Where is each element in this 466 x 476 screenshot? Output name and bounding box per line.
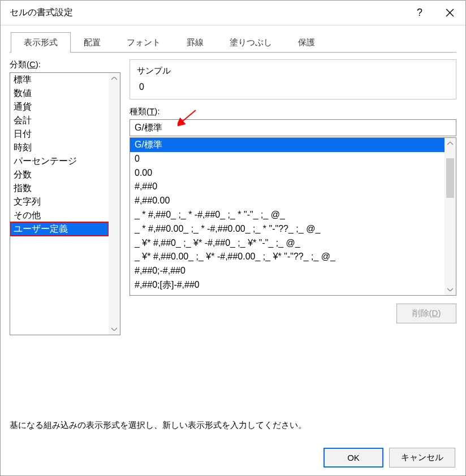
scroll-down-icon[interactable]	[445, 284, 456, 295]
type-item[interactable]: 0.00	[130, 166, 445, 180]
type-item[interactable]: #,##0;[赤]-#,##0	[130, 278, 445, 292]
footer: OK キャンセル	[1, 440, 465, 475]
category-pane: 分類(C): 標準数値通貨会計日付時刻パーセンテージ分数指数文字列その他ユーザー…	[10, 59, 120, 335]
close-icon	[446, 8, 454, 17]
category-item[interactable]: 標準	[10, 73, 109, 86]
type-item[interactable]: _ ¥* #,##0.00_ ;_ ¥* -#,##0.00_ ;_ ¥* "-…	[130, 250, 445, 264]
tab-1[interactable]: 配置	[71, 32, 114, 53]
dialog-body: 表示形式配置フォント罫線塗りつぶし保護 分類(C): 標準数値通貨会計日付時刻パ…	[1, 25, 465, 440]
category-item[interactable]: 文字列	[10, 195, 109, 209]
category-scrollbar[interactable]	[109, 73, 120, 335]
category-item[interactable]: 数値	[10, 86, 109, 100]
sample-title: サンプル	[137, 66, 449, 76]
type-item[interactable]: 0	[130, 152, 445, 166]
type-listbox[interactable]: G/標準00.00#,##0#,##0.00_ * #,##0_ ;_ * -#…	[130, 137, 456, 296]
tabs: 表示形式配置フォント罫線塗りつぶし保護	[10, 32, 456, 53]
dialog-title: セルの書式設定	[10, 7, 405, 19]
cancel-button[interactable]: キャンセル	[389, 448, 455, 468]
category-item[interactable]: 会計	[10, 114, 109, 127]
category-item[interactable]: 時刻	[10, 141, 109, 154]
format-cells-dialog: セルの書式設定 ? 表示形式配置フォント罫線塗りつぶし保護 分類(C): 標準数…	[0, 0, 466, 476]
category-item[interactable]: 分数	[10, 168, 109, 181]
scroll-down-icon[interactable]	[109, 323, 120, 335]
instruction-text: 基になる組み込みの表示形式を選択し、新しい表示形式を入力してください。	[10, 420, 456, 431]
scroll-thumb[interactable]	[446, 158, 454, 198]
category-listbox[interactable]: 標準数値通貨会計日付時刻パーセンテージ分数指数文字列その他ユーザー定義	[10, 72, 120, 335]
tab-2[interactable]: フォント	[114, 32, 174, 53]
type-label: 種類(T):	[130, 106, 456, 117]
sample-box: サンプル 0	[130, 59, 456, 99]
titlebar: セルの書式設定 ?	[1, 1, 465, 25]
tab-3[interactable]: 罫線	[174, 32, 217, 53]
type-item[interactable]: #,##0.00	[130, 194, 445, 208]
category-label: 分類(C):	[10, 59, 120, 70]
scroll-up-icon[interactable]	[445, 138, 456, 149]
category-item[interactable]: ユーザー定義	[10, 222, 109, 236]
type-item[interactable]: _ ¥* #,##0_ ;_ ¥* -#,##0_ ;_ ¥* "-"_ ;_ …	[130, 236, 445, 250]
type-scrollbar[interactable]	[445, 138, 456, 295]
type-item[interactable]: G/標準	[130, 138, 445, 152]
help-button[interactable]: ?	[405, 1, 434, 25]
type-item[interactable]: _ * #,##0.00_ ;_ * -#,##0.00_ ;_ * "-"??…	[130, 222, 445, 236]
tab-4[interactable]: 塗りつぶし	[217, 32, 285, 53]
category-item[interactable]: その他	[10, 209, 109, 222]
sample-value: 0	[137, 82, 449, 92]
close-button[interactable]	[434, 1, 465, 25]
scroll-up-icon[interactable]	[109, 73, 120, 84]
ok-button[interactable]: OK	[323, 448, 383, 468]
type-input[interactable]	[130, 119, 456, 136]
type-item[interactable]: #,##0	[130, 180, 445, 194]
tab-0[interactable]: 表示形式	[11, 32, 71, 53]
right-pane: サンプル 0 種類(T):	[130, 59, 456, 323]
type-item[interactable]: #,##0.00;-#,##0.00	[130, 292, 445, 295]
type-item[interactable]: _ * #,##0_ ;_ * -#,##0_ ;_ * "-"_ ;_ @_	[130, 208, 445, 222]
delete-button[interactable]: 削除(D)	[396, 304, 456, 323]
category-item[interactable]: パーセンテージ	[10, 154, 109, 168]
type-item[interactable]: #,##0;-#,##0	[130, 264, 445, 278]
tab-5[interactable]: 保護	[285, 32, 328, 53]
category-item[interactable]: 指数	[10, 181, 109, 195]
delete-row: 削除(D)	[130, 304, 456, 323]
category-item[interactable]: 日付	[10, 127, 109, 141]
content-row: 分類(C): 標準数値通貨会計日付時刻パーセンテージ分数指数文字列その他ユーザー…	[10, 59, 456, 405]
category-item[interactable]: 通貨	[10, 100, 109, 114]
